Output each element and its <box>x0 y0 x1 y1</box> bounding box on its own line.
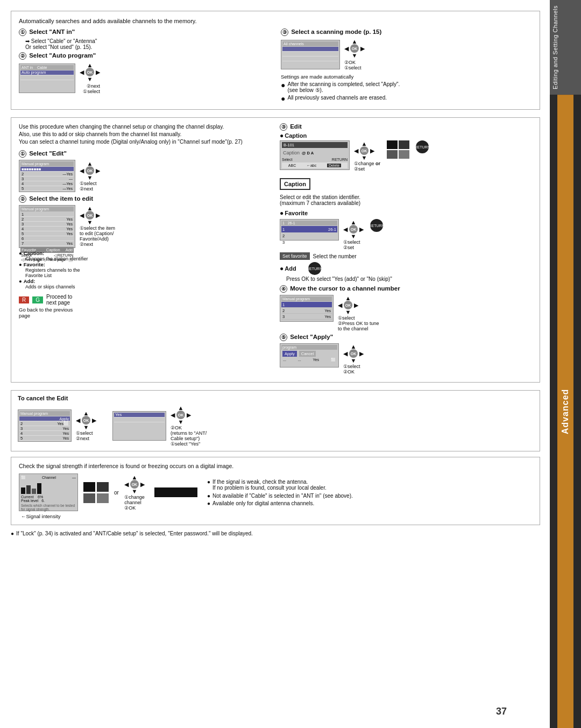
step2-num: ② <box>19 52 26 60</box>
step2-notes: ②next ①select <box>80 83 100 94</box>
signal-bars <box>21 481 76 494</box>
step3-heading: ③ Select a scanning mode (p. 15) <box>281 29 532 36</box>
m-step2-arrows: ▲ ▼ ◀ ▶ OK ①select the item to edit (Cap… <box>80 205 115 247</box>
m-step4-heading: ④ Move the cursor to a channel number <box>280 285 532 293</box>
manual-program-section: Use this procedure when changing the cha… <box>11 117 540 383</box>
m-step2-heading: ② Select the item to edit <box>19 195 271 203</box>
auto-program-row: Auto program <box>20 70 74 75</box>
signal-intensity-label: ←Signal intensity <box>21 513 532 519</box>
step3-notes: ②OK ①select <box>344 60 365 70</box>
r-button: R <box>19 296 29 303</box>
add-bullet: ● Add RETURN <box>280 262 532 275</box>
m-step5-heading: ⑤ Select "Apply" <box>280 334 532 341</box>
caption-label: Caption <box>285 132 307 139</box>
step2-content: ANT in Cable Auto program ▲ ▼ ◀ ▶ <box>19 62 270 94</box>
signal-notes: ● If the signal is weak, check the anten… <box>207 479 532 506</box>
sidebar-editing-label: Editing and Setting Channels <box>550 0 581 95</box>
cancel-section: To cancel the Edit Manual program Apply … <box>11 390 540 451</box>
apply-screen: program Apply Cancel ......Yes⬜ <box>280 343 339 367</box>
favorite-bullet: ● Favorite <box>280 209 532 217</box>
signal-squares <box>83 482 109 503</box>
signal-section: Check the signal strength if interferenc… <box>11 457 540 525</box>
add-desc: Press OK to select "Yes (add)" or "No (s… <box>286 276 532 282</box>
return-btn3: RETURN <box>308 262 321 275</box>
signal-or: or <box>114 490 119 496</box>
set-fav-desc: Select the number <box>313 253 357 259</box>
m-step3-heading: ③ Edit <box>280 123 532 131</box>
right-sidebar: Editing and Setting Channels Advanced <box>550 0 581 728</box>
signal-intro: Check the signal strength if interferenc… <box>19 463 532 469</box>
item-edit-screen: Manual program 1 2Yes 3Yes 4Yes 5Yes 6 7… <box>19 205 75 248</box>
cancel-title: To cancel the Edit <box>18 395 533 401</box>
manual-program-screen: Manual program ■■■■■■■■ 2—Yes 3— 4—Yes 5… <box>19 160 75 192</box>
auto-program-section: Automatically searches and adds availabl… <box>11 11 540 110</box>
step3-arrows: ▲ ▼ ◀ ▶ OK ②OK ①select <box>344 38 365 70</box>
settings-auto-note: Settings are made automatically <box>281 74 532 80</box>
rg-note: Proceed tonext page <box>46 294 72 306</box>
ok-center: OK <box>86 68 94 76</box>
m-step2-content: Manual program 1 2Yes 3Yes 4Yes 5Yes 6 7… <box>19 205 271 248</box>
return-btn1: RETURN <box>416 140 429 153</box>
g-button: G <box>32 296 43 303</box>
move-screen: Manual program 1 2Yes 3Yes <box>280 295 334 322</box>
set-fav-label: Set favorite <box>280 252 310 260</box>
scanning-screen: All channels <box>281 40 340 69</box>
favorite-screen: 1 26-1 126-1 2 3 <box>280 219 339 241</box>
rg-buttons: R G Proceed tonext page <box>19 294 271 306</box>
ant-screen-title: ANT in Cable <box>20 65 74 70</box>
return-btn2: RETURN <box>370 219 383 232</box>
step1-heading: ① Select "ANT in" <box>19 29 270 36</box>
m-step1-heading: ① Select "Edit" <box>19 150 271 158</box>
b101-block: B-101 Caption @ D A Select RETURN <box>280 140 532 172</box>
m-step4-content: Manual program 1 2Yes 3Yes ▲ ▼ ◀ ▶ OK <box>280 295 532 331</box>
step2-heading: ② Select "Auto program" <box>19 52 270 60</box>
step3-content: All channels ▲ ▼ ◀ ▶ OK <box>281 38 532 70</box>
erased-note: ● All previously saved channels are eras… <box>281 95 532 102</box>
step2-arrows: ▲ ▼ ◀ ▶ OK ②next ①select <box>80 62 100 94</box>
b101-screen: B-101 Caption @ D A Select RETURN <box>280 140 350 170</box>
ok-center2: OK <box>350 44 359 53</box>
signal-screen: ⬜ Channel — Current 6% Peak level 6. Se <box>19 473 78 511</box>
step1-num: ① <box>19 29 26 36</box>
m-step5-content: program Apply Cancel ......Yes⬜ ▲ <box>280 343 532 374</box>
back-note: Go back to the previouspage <box>19 307 271 319</box>
bottom-note: ● If "Lock" (p. 34) is activated and "AN… <box>11 531 540 536</box>
caption-bullet: ● Caption <box>280 132 532 139</box>
set-favorite-block: Set favorite Select the number <box>280 252 532 260</box>
yes-screen: Yes <box>112 411 166 441</box>
caption-box: Caption <box>280 178 310 190</box>
ant-in-screen: ANT in Cable Auto program <box>19 63 75 93</box>
item-bullets: ●Caption: Changes the station identifier… <box>19 250 271 289</box>
black-bar <box>154 487 197 497</box>
all-channels-title: All channels <box>282 41 338 46</box>
caption-desc: Select or edit the station identifier.(m… <box>280 194 532 206</box>
page-number: 37 <box>496 706 507 717</box>
cancel-screen: Manual program Apply 2Yes⬜ 3Yes 4Yes 5Ye… <box>18 409 72 442</box>
blank-row1 <box>20 75 74 80</box>
manual-right-col: ③ Edit ● Caption B-101 Caption <box>280 123 532 377</box>
color-squares-kb <box>387 140 409 159</box>
apply-note: ● After the scanning is completed, selec… <box>281 81 532 93</box>
signal-content: ⬜ Channel — Current 6% Peak level 6. Se <box>19 473 532 511</box>
favorite-block: 1 26-1 126-1 2 3 ▲ ▼ ◀ ▶ OK <box>280 219 532 250</box>
dpad-step3: ▲ ▼ ◀ ▶ OK <box>344 38 365 59</box>
step1-sub: ➡ Select "Cable" or "Antenna" Or select … <box>25 38 270 50</box>
top-right-col: ③ Select a scanning mode (p. 15) All cha… <box>281 29 532 104</box>
dpad-step2: ▲ ▼ ◀ ▶ OK <box>80 62 100 82</box>
sidebar-advanced-label: Advanced <box>557 95 573 728</box>
m-step1-content: Manual program ■■■■■■■■ 2—Yes 3— 4—Yes 5… <box>19 160 271 192</box>
top-left-col: ① Select "ANT in" ➡ Select "Cable" or "A… <box>19 29 270 104</box>
intro-text: Use this procedure when changing the cha… <box>19 123 271 146</box>
manual-left-col: Use this procedure when changing the cha… <box>19 123 271 377</box>
auto-program-title: Automatically searches and adds availabl… <box>19 18 532 24</box>
m-step1-arrows: ▲ ▼ ◀ ▶ OK ①select ②next <box>80 160 100 192</box>
cancel-content: Manual program Apply 2Yes⬜ 3Yes 4Yes 5Ye… <box>18 405 533 447</box>
